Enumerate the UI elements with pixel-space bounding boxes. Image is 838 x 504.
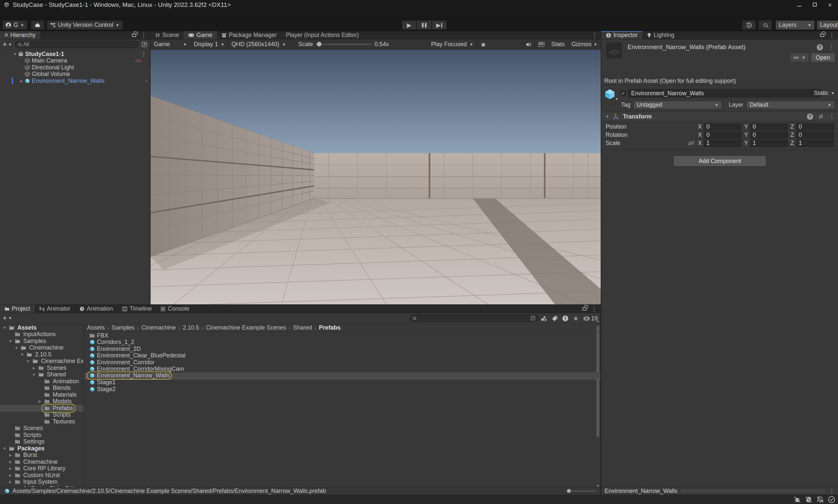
hierarchy-item[interactable]: Environment_Narrow_Walls ›	[0, 77, 150, 85]
hidden-packages-icon[interactable]	[562, 315, 569, 322]
tab-console[interactable]: Console	[156, 305, 194, 313]
folder-tree-item[interactable]: Prefabs	[0, 405, 84, 412]
help-icon[interactable]: ?	[807, 113, 813, 120]
open-prefab-button[interactable]: Open	[811, 53, 835, 62]
lock-icon[interactable]	[820, 34, 824, 37]
y-value-field[interactable]: 0	[750, 131, 788, 139]
scene-picker-icon[interactable]	[141, 41, 147, 48]
folder-tree-item[interactable]: Burst	[0, 452, 84, 459]
foldout-arrow[interactable]: ▼	[605, 114, 610, 119]
folder-tree-item[interactable]: Textures	[0, 418, 84, 425]
debugger-detached-icon[interactable]	[794, 496, 801, 503]
drag-grip[interactable]	[680, 490, 825, 492]
thumbnail-size-slider[interactable]	[566, 490, 596, 491]
foldout-arrow[interactable]	[25, 359, 31, 363]
y-value-field[interactable]: 0	[750, 123, 788, 130]
folder-tree-item[interactable]: Assets	[0, 324, 84, 331]
close-button[interactable]: ✕	[828, 2, 832, 8]
asset-item[interactable]: FBX	[84, 332, 600, 339]
foldout-arrow[interactable]	[37, 399, 42, 403]
folder-tree-item[interactable]: 2.10.5	[0, 351, 84, 358]
kebab-menu-icon[interactable]: ⋮	[591, 32, 598, 39]
folder-tree-item[interactable]: InputActions	[0, 331, 84, 338]
menu-item[interactable]	[3, 10, 12, 19]
tab-animation[interactable]: Animation	[75, 305, 118, 313]
z-value-field[interactable]: 0	[796, 123, 834, 130]
tab-inspector[interactable]: Inspector	[601, 31, 642, 39]
tab-animator[interactable]: Animator	[35, 305, 75, 313]
asset-item[interactable]: Environment_Clear_BluePedestal	[84, 353, 600, 359]
x-value-field[interactable]: 0	[704, 131, 742, 139]
camera-badge-icon[interactable]	[135, 58, 141, 64]
folder-tree-item[interactable]: Scripts	[0, 432, 84, 438]
breadcrumb-item[interactable]: Samples›	[112, 324, 139, 331]
favorites-star-icon[interactable]: ★	[573, 314, 579, 322]
foldout-arrow[interactable]	[8, 466, 13, 471]
menu-item[interactable]	[46, 10, 54, 19]
prefab-cube-icon[interactable]: ▼	[604, 88, 616, 100]
gameobject-name-field[interactable]: Environment_Narrow_Walls	[628, 89, 821, 97]
stats-toggle[interactable]: Stats	[548, 40, 568, 49]
asset-item[interactable]: Stage1	[84, 379, 600, 386]
asset-item[interactable]: Environment_Narrow_Walls	[84, 373, 600, 379]
hierarchy-item[interactable]: Main Camera	[0, 58, 150, 65]
asset-item[interactable]: Corridors_1_2	[84, 339, 600, 346]
folder-tree-item[interactable]: Packages	[0, 445, 84, 452]
folder-tree-item[interactable]: Scenes	[0, 425, 84, 432]
x-value-field[interactable]: 1	[704, 140, 742, 147]
minimize-button[interactable]	[797, 2, 802, 8]
tab-game[interactable]: Game	[184, 31, 217, 39]
display-target-dropdown[interactable]: Game▼	[150, 40, 191, 49]
foldout-arrow[interactable]	[14, 346, 19, 350]
z-value-field[interactable]: 1	[796, 140, 834, 147]
menu-item[interactable]	[12, 10, 20, 19]
breadcrumb-item[interactable]: 2.10.5›	[183, 324, 203, 331]
hierarchy-item[interactable]: StudyCase1-1 ⋮	[0, 51, 150, 58]
search-in-window-icon[interactable]	[530, 316, 536, 321]
folder-tree-item[interactable]: Cinemachine	[0, 345, 84, 352]
folder-tree-item[interactable]: Samples	[0, 338, 84, 345]
kebab-menu-icon[interactable]: ⋮	[829, 113, 835, 120]
folder-tree-item[interactable]: Scripts	[0, 412, 84, 418]
project-search-input[interactable]	[410, 314, 538, 322]
tab-scene[interactable]: Scene	[150, 31, 184, 39]
folder-tree-item[interactable]: Cinemachine	[0, 458, 84, 465]
layout-dropdown[interactable]: Layout ▼	[817, 21, 838, 30]
static-toggle[interactable]: Static ▼	[806, 90, 835, 96]
gizmos-dropdown[interactable]: Gizmos▼	[568, 40, 601, 49]
label-filter-icon[interactable]	[552, 316, 558, 322]
x-value-field[interactable]: 0	[704, 123, 742, 130]
breadcrumb-item[interactable]: Shared›	[293, 324, 316, 331]
foldout-arrow[interactable]	[2, 446, 7, 450]
foldout-arrow[interactable]	[8, 460, 13, 464]
add-component-button[interactable]: Add Component	[674, 156, 766, 166]
folder-tree-item[interactable]: Settings	[0, 438, 84, 446]
prefab-open-chevron[interactable]: ›	[146, 78, 147, 84]
tab-lighting[interactable]: Lighting	[642, 31, 679, 39]
uniform-scale-link-icon[interactable]	[689, 140, 694, 146]
notifications-muted-icon[interactable]	[816, 496, 824, 503]
foldout-arrow[interactable]	[20, 353, 25, 356]
menu-item[interactable]	[54, 10, 63, 19]
y-value-field[interactable]: 1	[750, 140, 788, 147]
transform-component-header[interactable]: ▼ Transform ? ⋮	[601, 112, 838, 121]
asset-item[interactable]: Stage2	[84, 386, 600, 393]
cloud-button[interactable]	[31, 21, 44, 30]
scale-slider[interactable]	[316, 44, 372, 45]
help-icon[interactable]: ?	[817, 44, 823, 50]
tab-player-input-actions[interactable]: Player (Input Actions Editor)	[281, 31, 363, 39]
hierarchy-item[interactable]: Directional Light	[0, 64, 150, 71]
folder-tree-item[interactable]: Materials	[0, 392, 84, 398]
folder-tree-item[interactable]: Cinemachine Example Scenes	[0, 358, 84, 365]
add-object-button[interactable]: +▼	[3, 41, 12, 48]
kebab-menu-icon[interactable]: ⋮	[141, 50, 147, 58]
step-button[interactable]: ▶	[432, 21, 446, 30]
menu-item[interactable]	[37, 10, 46, 19]
foldout-arrow[interactable]	[8, 339, 13, 343]
foldout-arrow[interactable]	[8, 480, 13, 484]
asset-item[interactable]: Environment_Corridor	[84, 359, 600, 366]
breadcrumb-item[interactable]: Cinemachine Example Scenes›	[206, 324, 290, 331]
menu-item[interactable]	[20, 10, 29, 19]
hierarchy-item[interactable]: Global Volume	[0, 71, 150, 78]
tab-project[interactable]: Project	[0, 305, 35, 313]
